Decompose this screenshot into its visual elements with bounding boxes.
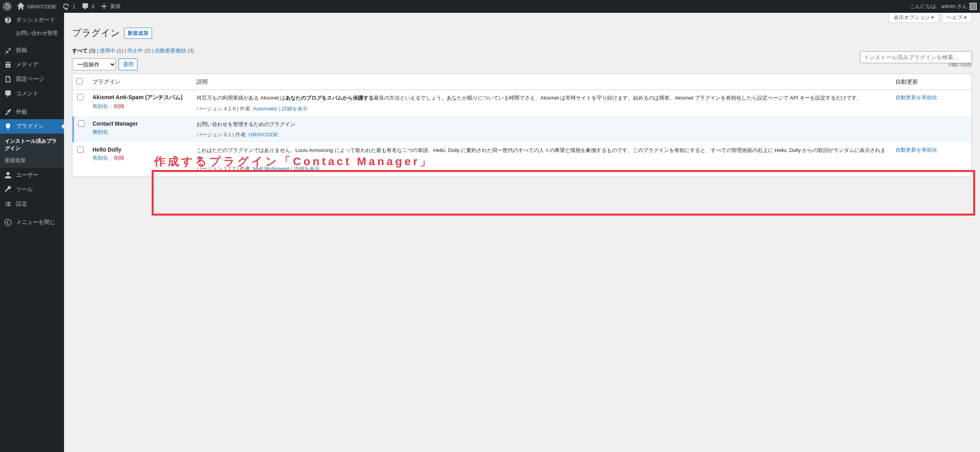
screen-options-button[interactable]: 表示オプション ▾	[888, 13, 940, 23]
row-checkbox[interactable]	[77, 94, 84, 100]
plugin-icon	[4, 122, 12, 130]
plugin-name: Hello Dolly	[92, 146, 188, 153]
enable-auto-update-link[interactable]: 自動更新を有効化	[896, 94, 937, 100]
plugin-filters: すべて (3) | 使用中 (1) | 停止中 (2) | 自動更新無効 (3)	[72, 47, 972, 54]
greeting-text: こんにちは、admin さん	[910, 3, 967, 10]
plus-icon	[100, 2, 108, 10]
details-link[interactable]: 詳細を表示	[282, 106, 308, 112]
sidebar-item-appearance[interactable]: 外観	[0, 105, 64, 119]
plugin-description: 何百万もの利用実績がある Akismet はあなたのブログをスパムから保護する最…	[196, 94, 888, 102]
media-icon	[4, 61, 12, 69]
delete-link[interactable]: 削除	[114, 103, 124, 109]
new-label: 新規	[110, 3, 121, 10]
updates-link[interactable]: 1	[62, 2, 75, 10]
bulk-action-select[interactable]: 一括操作	[72, 58, 116, 70]
site-name-text: GRAYCODE	[27, 4, 56, 10]
delete-link[interactable]: 削除	[114, 155, 124, 161]
wordpress-icon	[3, 2, 11, 10]
deactivate-link[interactable]: 無効化	[92, 129, 108, 135]
avatar	[970, 3, 977, 10]
main-content: 表示オプション ▾ ヘルプ ▾ プラグイン 新規追加 すべて (3) | 使用中…	[64, 13, 980, 452]
appearance-label: 外観	[16, 108, 27, 116]
comments-icon	[4, 90, 12, 98]
enable-auto-update-link[interactable]: 自動更新を有効化	[896, 147, 937, 153]
collapse-icon	[4, 218, 12, 226]
plugin-row-contact-manager: Contact Manager 無効化 お問い合わせを管理するためのプラグイン …	[72, 116, 972, 143]
page-icon	[4, 75, 12, 83]
col-auto-update: 自動更新	[892, 74, 972, 90]
dashboard-icon	[4, 16, 12, 24]
comments-label: コメント	[16, 90, 38, 97]
row-checkbox[interactable]	[78, 120, 84, 127]
sidebar-item-plugins[interactable]: プラグイン	[0, 119, 64, 134]
sidebar-sub-installed-plugins[interactable]: インストール済みプラグイン	[0, 135, 64, 154]
page-title: プラグイン	[72, 27, 120, 39]
add-new-button[interactable]: 新規追加	[124, 28, 152, 39]
comments-link[interactable]: 0	[81, 2, 94, 10]
svg-point-0	[5, 219, 11, 226]
col-description: 説明	[192, 74, 892, 90]
pin-icon	[4, 46, 12, 54]
admin-sidebar: ダッシュボード お問い合わせ管理 投稿 メディア 固定ページ コメント 外観 プ…	[0, 13, 64, 452]
media-label: メディア	[16, 61, 38, 68]
plugin-name: Contact Manager	[92, 120, 188, 127]
dashboard-label: ダッシュボード	[16, 16, 55, 24]
settings-icon	[4, 200, 12, 208]
users-label: ユーザー	[16, 172, 38, 179]
sidebar-item-users[interactable]: ユーザー	[0, 168, 64, 182]
admin-bar: GRAYCODE 1 0 新規 こんにちは、admin さん	[0, 0, 980, 13]
sidebar-item-comments[interactable]: コメント	[0, 86, 64, 101]
plugin-description: お問い合わせを管理するためのプラグイン	[196, 120, 888, 128]
tools-label: ツール	[16, 186, 33, 193]
bulk-apply-button[interactable]: 適用	[118, 58, 138, 70]
settings-label: 設定	[16, 200, 27, 208]
updates-count: 1	[72, 4, 75, 10]
sidebar-item-settings[interactable]: 設定	[0, 197, 64, 211]
plugin-row-akismet: Akismet Anti-Spam (アンチスパム) 有効化 | 削除 何百万も…	[72, 90, 972, 116]
sidebar-item-collapse[interactable]: メニューを閉じ	[0, 215, 64, 230]
collapse-label: メニューを閉じ	[16, 219, 55, 226]
sidebar-item-tools[interactable]: ツール	[0, 182, 64, 197]
sidebar-item-contact-manage[interactable]: お問い合わせ管理	[0, 27, 64, 39]
filter-active[interactable]: 使用中 (1)	[100, 48, 123, 54]
sidebar-item-dashboard[interactable]: ダッシュボード	[0, 13, 64, 27]
annotation-label: 作成するプラグイン「Contact Manager」	[154, 154, 433, 169]
author-link[interactable]: GRAYCODE	[249, 132, 278, 138]
filter-auto-off[interactable]: 自動更新無効 (3)	[155, 48, 194, 54]
help-button[interactable]: ヘルプ ▾	[942, 13, 972, 23]
comments-count: 0	[92, 4, 94, 10]
sidebar-item-pages[interactable]: 固定ページ	[0, 72, 64, 86]
sidebar-item-posts[interactable]: 投稿	[0, 43, 64, 58]
sidebar-item-media[interactable]: メディア	[0, 58, 64, 72]
home-icon	[17, 2, 25, 10]
filter-all[interactable]: すべて (3)	[72, 48, 96, 54]
site-name[interactable]: GRAYCODE	[17, 2, 56, 10]
wrench-icon	[4, 186, 12, 194]
sidebar-sub-add-new[interactable]: 新規追加	[0, 154, 64, 166]
wp-logo[interactable]	[3, 2, 11, 10]
new-content-link[interactable]: 新規	[100, 2, 121, 10]
author-link[interactable]: Automattic	[253, 106, 277, 112]
col-plugin: プラグイン	[88, 74, 192, 90]
user-greeting[interactable]: こんにちは、admin さん	[910, 3, 977, 10]
comment-icon	[81, 2, 89, 10]
activate-link[interactable]: 有効化	[92, 103, 108, 109]
user-icon	[4, 171, 12, 179]
activate-link[interactable]: 有効化	[92, 155, 108, 161]
pages-label: 固定ページ	[16, 76, 44, 83]
plugin-meta: バージョン 0.1 | 作者: GRAYCODE	[196, 131, 888, 138]
plugins-label: プラグイン	[16, 123, 44, 130]
select-all-checkbox[interactable]	[76, 78, 83, 84]
posts-label: 投稿	[16, 47, 27, 54]
plugin-meta: バージョン 4.1.9 | 作者: Automattic | 詳細を表示	[196, 105, 888, 112]
brush-icon	[4, 108, 12, 116]
row-checkbox[interactable]	[77, 146, 84, 153]
plugin-search-input[interactable]	[860, 51, 972, 63]
filter-inactive[interactable]: 停止中 (2)	[127, 48, 151, 54]
update-icon	[62, 2, 70, 10]
plugin-name: Akismet Anti-Spam (アンチスパム)	[92, 94, 188, 101]
